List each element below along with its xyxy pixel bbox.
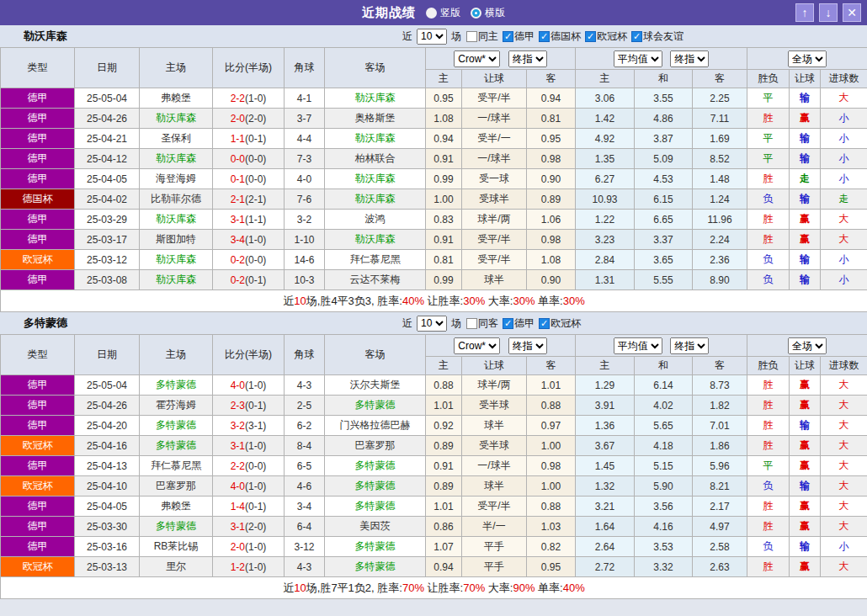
cell-home-team: 多特蒙德	[140, 416, 213, 436]
checkbox-checked-icon[interactable]	[503, 31, 513, 42]
match-scope-select[interactable]: 全场	[788, 50, 827, 67]
cell-odds-home: 0.95	[426, 88, 462, 109]
recent-results-dialog: 近期战绩 竖版 横版 ↑ ↓ ✕ 勒沃库森 近 10 场 同主德甲德国杯欧冠杯球…	[0, 0, 867, 616]
cell-corners: 4-3	[285, 375, 325, 396]
filter-option[interactable]: 同主	[466, 29, 498, 44]
cell-avg-away: 8.90	[693, 270, 747, 290]
cell-score: 0-2(0-1)	[213, 270, 285, 290]
cell-odds-away: 1.01	[527, 375, 576, 396]
col-odds-away: 客	[527, 357, 576, 375]
competition-badge: 德甲	[1, 169, 75, 189]
cell-odds-home: 1.01	[426, 497, 462, 517]
radio-unselected-icon[interactable]	[426, 8, 437, 19]
cell-avg-draw: 3.53	[635, 537, 693, 557]
average-select[interactable]: 平均值	[614, 50, 662, 67]
bookmaker-select[interactable]: Crow*	[454, 337, 500, 354]
filter-option[interactable]: 同客	[466, 316, 498, 331]
cell-result-handicap: 赢	[790, 375, 821, 396]
view-option-vertical[interactable]: 竖版	[426, 6, 460, 20]
halftime-score: (0-0)	[245, 153, 266, 165]
cell-odds-handicap: 平手	[462, 537, 527, 557]
cell-corners: 3-2	[285, 210, 325, 230]
match-row: 德甲25-03-30多特蒙德3-1(2-0)6-4美因茨0.86半/一1.031…	[1, 517, 867, 537]
match-row: 德甲25-03-29勒沃库森3-1(1-1)3-2波鸿0.83球半/两1.061…	[1, 210, 867, 230]
filter-option[interactable]: 欧冠杯	[539, 316, 581, 331]
cell-date: 25-04-26	[75, 109, 140, 129]
games-label: 场	[451, 316, 461, 331]
cell-home-team: RB莱比锡	[140, 537, 213, 557]
competition-badge: 欧冠杯	[1, 557, 75, 577]
cell-avg-away: 2.58	[693, 537, 747, 557]
checkbox-checked-icon[interactable]	[539, 318, 550, 329]
cell-result-handicap: 赢	[790, 396, 821, 416]
match-scope-select[interactable]: 全场	[788, 337, 827, 354]
filter-option[interactable]: 德国杯	[539, 29, 581, 44]
cell-odds-home: 0.91	[426, 149, 462, 169]
col-result-handicap: 让球	[790, 70, 821, 88]
cell-result-goals: 小	[821, 537, 867, 557]
move-up-button[interactable]: ↑	[795, 3, 814, 22]
final-odds-select[interactable]: 终指	[508, 337, 547, 354]
matches-body: 德甲25-05-04多特蒙德4-0(1-0)4-3沃尔夫斯堡0.88球半/两1.…	[1, 375, 867, 577]
matches-table: 类型 日期 主场 比分(半场) 角球 客场 Crow* 终指 平均值 终指	[0, 47, 867, 312]
cell-away-team: 巴塞罗那	[325, 436, 426, 456]
cell-score: 1-4(0-1)	[213, 497, 285, 517]
cell-odds-away: 0.95	[527, 557, 576, 577]
cell-odds-handicap: 受半球	[462, 436, 527, 456]
cell-result-handicap: 输	[790, 88, 821, 109]
cell-odds-away: 0.98	[527, 456, 576, 476]
checkbox-checked-icon[interactable]	[503, 318, 513, 329]
col-type: 类型	[1, 335, 75, 375]
close-button[interactable]: ✕	[843, 3, 861, 22]
cell-odds-away: 0.98	[527, 230, 576, 250]
cell-avg-home: 3.91	[576, 396, 635, 416]
filter-option[interactable]: 德甲	[503, 316, 535, 331]
fulltime-score: 2-3	[231, 400, 245, 412]
recent-games-select[interactable]: 10	[417, 316, 447, 332]
col-odds-home: 主	[426, 357, 462, 375]
col-result-handicap: 让球	[790, 357, 821, 375]
cell-away-team: 多特蒙德	[325, 396, 426, 416]
fulltime-score: 2-0	[231, 541, 245, 553]
cell-avg-home: 1.64	[576, 517, 635, 537]
cell-result-wdl: 胜	[747, 169, 790, 189]
cell-home-team: 弗赖堡	[140, 88, 213, 109]
fulltime-score: 0-0	[231, 153, 245, 165]
summary-part: 单率:	[535, 295, 562, 307]
radio-selected-icon[interactable]	[471, 8, 481, 19]
cell-away-team: 多特蒙德	[325, 456, 426, 476]
filter-option[interactable]: 欧冠杯	[585, 29, 627, 44]
cell-result-goals: 大	[821, 436, 867, 456]
col-corner: 角球	[285, 48, 325, 88]
filter-option[interactable]: 球会友谊	[631, 29, 683, 44]
cell-away-team: 多特蒙德	[325, 557, 426, 577]
checkbox-checked-icon[interactable]	[585, 31, 596, 42]
cell-result-wdl: 胜	[747, 210, 790, 230]
cell-date: 25-04-02	[75, 189, 140, 210]
cell-home-team: 多特蒙德	[140, 436, 213, 456]
cell-odds-home: 0.81	[426, 250, 462, 270]
cell-odds-handicap: 球半	[462, 270, 527, 290]
checkbox-unchecked-icon[interactable]	[466, 31, 477, 42]
summary-part: 30%	[513, 295, 535, 307]
avg-final-odds-select[interactable]: 终指	[670, 50, 709, 67]
fulltime-score: 4-0	[231, 380, 245, 391]
cell-result-wdl: 负	[747, 476, 790, 497]
avg-final-odds-select[interactable]: 终指	[670, 337, 709, 354]
cell-result-wdl: 胜	[747, 517, 790, 537]
average-select[interactable]: 平均值	[614, 337, 662, 354]
final-odds-select[interactable]: 终指	[508, 50, 547, 67]
filter-option[interactable]: 德甲	[503, 29, 535, 44]
cell-date: 25-05-04	[75, 375, 140, 396]
competition-badge: 德甲	[1, 88, 75, 109]
recent-games-select[interactable]: 10	[417, 29, 447, 45]
cell-odds-home: 0.83	[426, 210, 462, 230]
scope-select-cell: 全场	[747, 48, 867, 70]
bookmaker-select[interactable]: Crow*	[454, 50, 500, 67]
move-down-button[interactable]: ↓	[819, 3, 838, 22]
checkbox-checked-icon[interactable]	[631, 31, 642, 42]
checkbox-checked-icon[interactable]	[539, 31, 550, 42]
cell-result-handicap: 走	[790, 169, 821, 189]
view-option-horizontal[interactable]: 横版	[471, 6, 505, 20]
checkbox-unchecked-icon[interactable]	[466, 318, 477, 329]
